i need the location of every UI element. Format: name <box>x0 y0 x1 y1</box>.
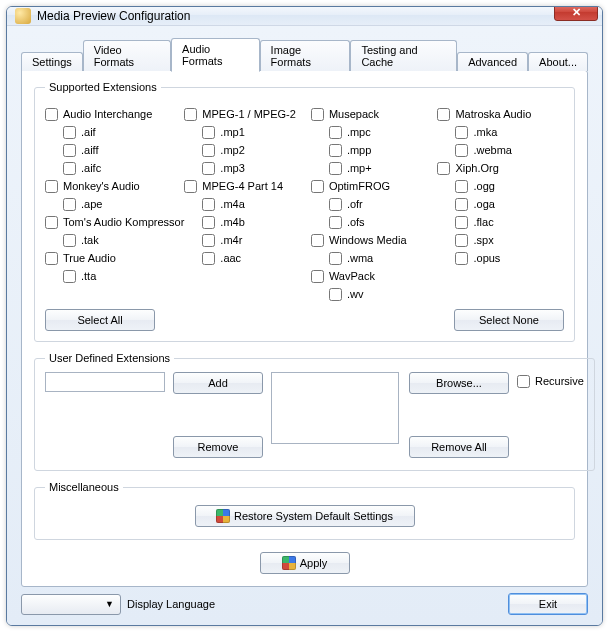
chk-mka[interactable]: .mka <box>437 123 564 141</box>
chk-spx[interactable]: .spx <box>437 231 564 249</box>
chk-aiff[interactable]: .aiff <box>45 141 184 159</box>
titlebar: Media Preview Configuration ✕ <box>7 7 602 26</box>
miscellaneous-group: Miscellaneous Restore System Default Set… <box>34 481 575 540</box>
extensions-columns: Audio Interchange .aif .aiff .aifc Monke… <box>45 105 564 303</box>
chk-wv[interactable]: .wv <box>311 285 438 303</box>
ext-col-2: MPEG-1 / MPEG-2 .mp1 .mp2 .mp3 MPEG-4 Pa… <box>184 105 311 303</box>
tab-strip: Settings Video Formats Audio Formats Ima… <box>21 38 588 71</box>
chk-ape[interactable]: .ape <box>45 195 184 213</box>
chk-toms-audio-kompressor[interactable]: Tom's Audio Kompressor <box>45 213 184 231</box>
chk-wma[interactable]: .wma <box>311 249 438 267</box>
chk-wavpack[interactable]: WavPack <box>311 267 438 285</box>
chk-mpplus[interactable]: .mp+ <box>311 159 438 177</box>
ude-extension-input[interactable] <box>45 372 165 392</box>
chk-m4b[interactable]: .m4b <box>184 213 311 231</box>
ude-grid: Add Browse... Recursive Remove Remove Al… <box>45 372 584 460</box>
window: Media Preview Configuration ✕ Settings V… <box>6 6 603 626</box>
window-title: Media Preview Configuration <box>37 9 554 23</box>
tab-panel-audio: Supported Extensions Audio Interchange .… <box>21 70 588 587</box>
chk-aifc[interactable]: .aifc <box>45 159 184 177</box>
ude-listbox[interactable] <box>271 372 399 444</box>
chk-mpp[interactable]: .mpp <box>311 141 438 159</box>
chk-mpc[interactable]: .mpc <box>311 123 438 141</box>
apply-button[interactable]: Apply <box>260 552 350 574</box>
select-none-button[interactable]: Select None <box>454 309 564 331</box>
chk-ofs[interactable]: .ofs <box>311 213 438 231</box>
chk-audio-interchange[interactable]: Audio Interchange <box>45 105 184 123</box>
chk-mpeg4p14[interactable]: MPEG-4 Part 14 <box>184 177 311 195</box>
display-language-select[interactable]: ▼ <box>21 594 121 615</box>
ude-browse-button[interactable]: Browse... <box>409 372 509 394</box>
miscellaneous-legend: Miscellaneous <box>45 481 123 493</box>
supported-extensions-group: Supported Extensions Audio Interchange .… <box>34 81 575 342</box>
tab-video-formats[interactable]: Video Formats <box>83 40 171 71</box>
tab-settings[interactable]: Settings <box>21 52 83 71</box>
chk-ofr[interactable]: .ofr <box>311 195 438 213</box>
chevron-down-icon: ▼ <box>105 599 114 609</box>
chk-monkeys-audio[interactable]: Monkey's Audio <box>45 177 184 195</box>
tab-audio-formats[interactable]: Audio Formats <box>171 38 260 72</box>
chk-true-audio[interactable]: True Audio <box>45 249 184 267</box>
chk-tak[interactable]: .tak <box>45 231 184 249</box>
chk-optimfrog[interactable]: OptimFROG <box>311 177 438 195</box>
shield-icon <box>282 556 296 570</box>
restore-defaults-button[interactable]: Restore System Default Settings <box>195 505 415 527</box>
exit-button[interactable]: Exit <box>508 593 588 615</box>
chk-webma[interactable]: .webma <box>437 141 564 159</box>
chk-m4r[interactable]: .m4r <box>184 231 311 249</box>
supported-extensions-legend: Supported Extensions <box>45 81 161 93</box>
chk-mp3[interactable]: .mp3 <box>184 159 311 177</box>
user-defined-extensions-legend: User Defined Extensions <box>45 352 174 364</box>
close-button[interactable]: ✕ <box>554 6 598 21</box>
ude-remove-all-button[interactable]: Remove All <box>409 436 509 458</box>
chk-flac[interactable]: .flac <box>437 213 564 231</box>
chk-musepack[interactable]: Musepack <box>311 105 438 123</box>
tab-about[interactable]: About... <box>528 52 588 71</box>
chk-ogg[interactable]: .ogg <box>437 177 564 195</box>
chk-matroska-audio[interactable]: Matroska Audio <box>437 105 564 123</box>
chk-mpeg12[interactable]: MPEG-1 / MPEG-2 <box>184 105 311 123</box>
footer: ▼ Display Language Exit <box>21 587 588 615</box>
app-icon <box>15 8 31 24</box>
tab-advanced[interactable]: Advanced <box>457 52 528 71</box>
ude-remove-button[interactable]: Remove <box>173 436 263 458</box>
chk-tta[interactable]: .tta <box>45 267 184 285</box>
ext-col-1: Audio Interchange .aif .aiff .aifc Monke… <box>45 105 184 303</box>
shield-icon <box>216 509 230 523</box>
select-all-button[interactable]: Select All <box>45 309 155 331</box>
chk-aif[interactable]: .aif <box>45 123 184 141</box>
chk-xiph-org[interactable]: Xiph.Org <box>437 159 564 177</box>
chk-m4a[interactable]: .m4a <box>184 195 311 213</box>
ext-col-3: Musepack .mpc .mpp .mp+ OptimFROG .ofr .… <box>311 105 438 303</box>
user-defined-extensions-group: User Defined Extensions Add Browse... Re… <box>34 352 595 471</box>
tab-testing-cache[interactable]: Testing and Cache <box>350 40 457 71</box>
client-area: Settings Video Formats Audio Formats Ima… <box>7 26 602 625</box>
ude-recursive-checkbox[interactable]: Recursive <box>517 372 584 390</box>
chk-oga[interactable]: .oga <box>437 195 564 213</box>
chk-mp2[interactable]: .mp2 <box>184 141 311 159</box>
ext-col-4: Matroska Audio .mka .webma Xiph.Org .ogg… <box>437 105 564 303</box>
tab-image-formats[interactable]: Image Formats <box>260 40 351 71</box>
close-icon: ✕ <box>572 6 581 19</box>
chk-windows-media[interactable]: Windows Media <box>311 231 438 249</box>
select-buttons-row: Select All Select None <box>45 309 564 331</box>
chk-mp1[interactable]: .mp1 <box>184 123 311 141</box>
chk-opus[interactable]: .opus <box>437 249 564 267</box>
chk-aac[interactable]: .aac <box>184 249 311 267</box>
display-language-label: Display Language <box>127 598 215 610</box>
ude-add-button[interactable]: Add <box>173 372 263 394</box>
